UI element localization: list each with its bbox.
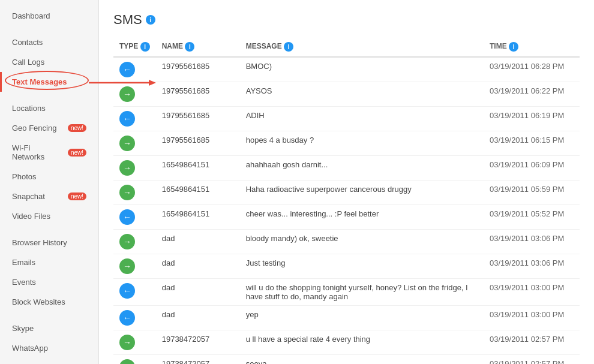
cell-name-9: dad — [156, 279, 240, 306]
cell-time-6: 03/19/2011 05:52 PM — [484, 205, 580, 230]
sidebar-item-label: Video Files — [12, 212, 50, 221]
table-row: →16549864151ahahhaah gosh darnit...03/19… — [113, 156, 580, 181]
cell-name-7: dad — [156, 230, 240, 254]
sidebar-item-call-logs[interactable]: Call Logs — [0, 52, 98, 72]
cell-time-3: 03/19/2011 06:15 PM — [484, 131, 580, 156]
cell-name-5: 16549864151 — [156, 181, 240, 205]
page-title: SMS i — [113, 12, 580, 28]
sms-info-icon[interactable]: i — [146, 15, 155, 25]
cell-message-2: ADIH — [240, 107, 484, 131]
sidebar-divider — [0, 92, 98, 98]
sidebar-item-events[interactable]: Events — [0, 272, 98, 292]
sidebar-item-label: Browser History — [12, 238, 67, 247]
cell-message-4: ahahhaah gosh darnit... — [240, 156, 484, 181]
cell-message-10: yep — [240, 306, 484, 330]
sidebar-item-text-messages[interactable]: Text Messages — [0, 72, 98, 92]
table-row: ←dadwill u do the shopping tonight yurse… — [113, 279, 580, 306]
cell-name-4: 16549864151 — [156, 156, 240, 181]
sidebar-item-block-websites[interactable]: Block Websites — [0, 292, 98, 312]
message-info-icon[interactable]: i — [284, 42, 293, 52]
cell-message-8: Just testing — [240, 254, 484, 279]
cell-name-12: 19738472057 — [156, 355, 240, 365]
cell-time-7: 03/19/2011 03:06 PM — [484, 230, 580, 254]
cell-name-2: 19795561685 — [156, 107, 240, 131]
cell-message-5: Haha radioactive superpower cancerous dr… — [240, 181, 484, 205]
sidebar-item-label: Call Logs — [12, 58, 44, 67]
sidebar-item-label: Skype — [12, 324, 34, 333]
table-row: →19738472057seeya03/19/2011 02:57 PM — [113, 355, 580, 365]
cell-type-11: → — [113, 330, 156, 355]
table-row: →16549864151Haha radioactive superpower … — [113, 181, 580, 205]
main-content: SMS i TYPE i NAME i MESSAGE i TIME — [99, 0, 594, 364]
col-name: NAME i — [156, 37, 240, 57]
cell-message-7: bloody mandy) ok, sweetie — [240, 230, 484, 254]
sidebar-item-label: Geo Fencing — [12, 124, 56, 133]
cell-name-6: 16549864151 — [156, 205, 240, 230]
sidebar-item-wi-fi-networks[interactable]: Wi-Fi Networksnew! — [0, 138, 98, 167]
sidebar-divider — [0, 226, 98, 233]
cell-name-8: dad — [156, 254, 240, 279]
name-info-icon[interactable]: i — [185, 42, 194, 52]
sidebar: DashboardContactsCall LogsText MessagesL… — [0, 0, 99, 364]
cell-name-1: 19795561685 — [156, 82, 240, 107]
sidebar-item-label: Block Websites — [12, 297, 65, 306]
sidebar-item-dashboard[interactable]: Dashboard — [0, 6, 98, 26]
col-message: MESSAGE i — [240, 37, 484, 57]
sidebar-item-browser-history[interactable]: Browser History — [0, 233, 98, 252]
table-row: →dadJust testing03/19/2011 03:06 PM — [113, 254, 580, 279]
sidebar-item-locations[interactable]: Locations — [0, 98, 98, 118]
outgoing-icon: → — [119, 86, 135, 102]
incoming-icon: ← — [119, 111, 135, 127]
cell-time-4: 03/19/2011 06:09 PM — [484, 156, 580, 181]
outgoing-icon: → — [119, 160, 135, 176]
outgoing-icon: → — [119, 136, 135, 151]
sidebar-item-whatsapp[interactable]: WhatsApp — [0, 338, 98, 358]
cell-message-6: cheer was... interesting... :P feel bett… — [240, 205, 484, 230]
cell-message-0: BMOC) — [240, 57, 484, 82]
table-row: ←dadyep03/19/2011 03:00 PM — [113, 306, 580, 330]
sidebar-item-label: WhatsApp — [12, 344, 48, 353]
cell-type-4: → — [113, 156, 156, 181]
cell-time-12: 03/19/2011 02:57 PM — [484, 355, 580, 365]
incoming-icon: ← — [119, 310, 135, 326]
cell-name-0: 19795561685 — [156, 57, 240, 82]
table-body: ←19795561685BMOC)03/19/2011 06:28 PM→197… — [113, 57, 580, 364]
table-row: →19795561685AYSOS03/19/2011 06:22 PM — [113, 82, 580, 107]
table-row: ←19795561685BMOC)03/19/2011 06:28 PM — [113, 57, 580, 82]
sidebar-item-label: Wi-Fi Networks — [12, 143, 64, 161]
cell-time-1: 03/19/2011 06:22 PM — [484, 82, 580, 107]
sidebar-item-label: Emails — [12, 258, 35, 267]
outgoing-icon: → — [119, 185, 135, 200]
incoming-icon: ← — [119, 62, 135, 77]
outgoing-icon: → — [119, 359, 135, 364]
outgoing-icon: → — [119, 335, 135, 350]
outgoing-icon: → — [119, 258, 135, 274]
outgoing-icon: → — [119, 234, 135, 249]
badge-geo-fencing: new! — [68, 124, 86, 132]
incoming-icon: ← — [119, 283, 135, 299]
table-row: ←19795561685ADIH03/19/2011 06:19 PM — [113, 107, 580, 131]
sidebar-item-skype[interactable]: Skype — [0, 318, 98, 338]
cell-time-10: 03/19/2011 03:00 PM — [484, 306, 580, 330]
cell-type-0: ← — [113, 57, 156, 82]
sidebar-item-geo-fencing[interactable]: Geo Fencingnew! — [0, 118, 98, 138]
type-info-icon[interactable]: i — [140, 42, 150, 52]
sidebar-item-snapchat[interactable]: Snapchatnew! — [0, 186, 98, 206]
sidebar-item-label: Dashboard — [12, 11, 50, 20]
cell-type-5: → — [113, 181, 156, 205]
cell-type-9: ← — [113, 279, 156, 306]
sidebar-item-emails[interactable]: Emails — [0, 252, 98, 272]
cell-message-11: u ll have a special rate 4 every thing — [240, 330, 484, 355]
cell-time-2: 03/19/2011 06:19 PM — [484, 107, 580, 131]
sidebar-divider — [0, 26, 98, 32]
sidebar-item-photos[interactable]: Photos — [0, 167, 98, 186]
cell-name-10: dad — [156, 306, 240, 330]
cell-type-6: ← — [113, 205, 156, 230]
incoming-icon: ← — [119, 209, 135, 225]
cell-type-1: → — [113, 82, 156, 107]
cell-time-8: 03/19/2011 03:06 PM — [484, 254, 580, 279]
sidebar-item-contacts[interactable]: Contacts — [0, 32, 98, 52]
sidebar-item-video-files[interactable]: Video Files — [0, 206, 98, 226]
cell-type-8: → — [113, 254, 156, 279]
time-info-icon[interactable]: i — [509, 42, 518, 52]
